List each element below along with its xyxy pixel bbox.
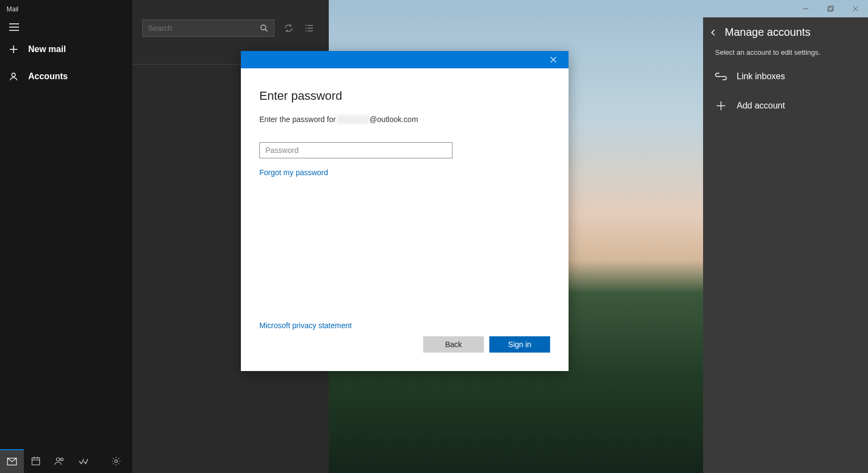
new-mail-button[interactable]: New mail: [0, 36, 132, 63]
link-icon: [715, 71, 727, 82]
signin-button[interactable]: Sign in: [489, 336, 550, 353]
bottom-settings-icon[interactable]: [104, 449, 128, 473]
plus-icon: [8, 43, 20, 55]
app-title: Mail: [0, 0, 132, 13]
link-inboxes-label: Link inboxes: [737, 72, 785, 81]
manage-accounts-panel: Manage accounts Select an account to edi…: [703, 17, 868, 473]
dialog-heading: Enter password: [259, 89, 550, 103]
person-icon: [8, 71, 20, 82]
bottom-bar: [0, 449, 132, 473]
dialog-prompt-suffix: @outlook.com: [369, 115, 418, 124]
window-close-icon[interactable]: [843, 0, 868, 17]
bottom-mail-icon[interactable]: [0, 449, 24, 473]
back-button[interactable]: Back: [423, 336, 484, 353]
select-mode-icon[interactable]: [303, 22, 316, 35]
accounts-label: Accounts: [28, 72, 68, 81]
svg-point-13: [56, 458, 60, 461]
svg-point-15: [115, 460, 118, 463]
svg-point-7: [12, 73, 15, 76]
dialog-titlebar: [241, 51, 569, 68]
password-input[interactable]: [259, 142, 452, 158]
forgot-password-link[interactable]: Forgot my password: [259, 168, 328, 177]
manage-accounts-subtitle: Select an account to edit settings.: [703, 41, 868, 62]
svg-rect-9: [32, 458, 40, 465]
search-input[interactable]: [148, 24, 246, 33]
dialog-close-icon[interactable]: [542, 51, 564, 68]
hamburger-icon[interactable]: [8, 21, 21, 34]
window-minimize-icon[interactable]: [793, 0, 818, 17]
manage-accounts-title: Manage accounts: [725, 26, 810, 39]
svg-point-0: [261, 25, 266, 30]
svg-line-1: [265, 29, 267, 31]
bottom-calendar-icon[interactable]: [24, 449, 48, 473]
window-controls: [793, 0, 868, 17]
bottom-todo-icon[interactable]: [72, 449, 95, 473]
plus-icon: [715, 100, 727, 112]
sidebar: Mail New mail Accounts: [0, 0, 132, 473]
add-account-item[interactable]: Add account: [703, 91, 868, 120]
svg-rect-17: [829, 6, 833, 10]
bottom-people-icon[interactable]: [48, 449, 72, 473]
add-account-label: Add account: [737, 101, 785, 111]
redacted-username: [337, 115, 368, 124]
dialog-prompt-prefix: Enter the password for: [259, 115, 336, 124]
search-box[interactable]: [142, 20, 275, 37]
new-mail-label: New mail: [28, 44, 66, 54]
privacy-statement-link[interactable]: Microsoft privacy statement: [259, 321, 352, 330]
accounts-button[interactable]: Accounts: [0, 63, 132, 90]
link-inboxes-item[interactable]: Link inboxes: [703, 62, 868, 91]
window-restore-icon[interactable]: [818, 0, 843, 17]
password-dialog: Enter password Enter the password for @o…: [241, 51, 569, 371]
svg-point-14: [61, 458, 63, 461]
dialog-prompt: Enter the password for @outlook.com: [259, 115, 550, 124]
sync-icon[interactable]: [282, 22, 295, 35]
svg-rect-18: [828, 7, 832, 11]
back-arrow-icon[interactable]: [710, 29, 717, 36]
search-icon: [260, 24, 269, 33]
